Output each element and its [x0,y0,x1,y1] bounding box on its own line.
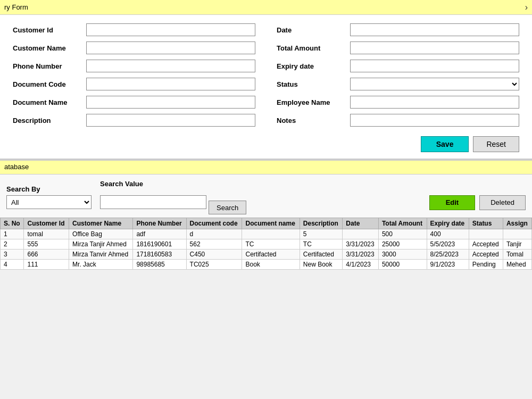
table-header-cell: Assign [503,218,531,229]
table-cell: Pending [469,260,503,270]
table-cell [469,229,503,239]
customer-name-label: Customer Name [13,44,82,52]
document-code-row: Document Code [13,78,255,90]
save-button[interactable]: Save [421,136,469,152]
table-cell: 111 [24,260,69,270]
db-title: atabase [4,163,29,171]
customer-name-input[interactable] [86,41,255,54]
table-cell: 98985685 [133,260,186,270]
customer-id-label: Customer Id [13,26,82,34]
table-cell: Accepted [469,250,503,260]
table-header-cell: Description [300,218,342,229]
db-title-bar: atabase [0,161,532,174]
table-header-cell: Document name [242,218,300,229]
table-cell: 1816190601 [133,239,186,250]
table-cell: d [186,229,242,239]
edit-buttons-group: Edit Deleted [429,195,526,210]
date-label: Date [277,26,346,34]
data-table: S. NoCustomer IdCustomer NamePhone Numbe… [0,218,532,270]
table-cell: Mirza Tanjir Ahmed [69,239,133,250]
table-cell: 555 [24,239,69,250]
description-input[interactable] [86,114,255,127]
table-cell: 2 [1,239,24,250]
search-by-label: Search By [6,185,92,193]
table-cell: 1718160583 [133,250,186,260]
search-value-group: Search Value Search [100,180,246,214]
customer-name-row: Customer Name [13,41,255,54]
form-section: Customer Id Customer Name Phone Number D… [0,15,532,160]
total-amount-input[interactable] [350,41,519,54]
table-cell: 1 [1,229,24,239]
phone-number-input[interactable] [86,60,255,72]
table-cell: Accepted [469,239,503,250]
table-header-cell: Customer Name [69,218,133,229]
table-cell: tomal [24,229,69,239]
table-cell: Tanjir [503,239,531,250]
table-cell: 5/5/2023 [427,239,469,250]
table-cell: 4/1/2023 [343,260,379,270]
table-header-cell: Customer Id [24,218,69,229]
table-cell [242,229,300,239]
data-table-wrapper: S. NoCustomer IdCustomer NamePhone Numbe… [0,218,532,270]
status-row: Status Accepted Pending Rejected [277,78,519,90]
table-cell: Mehed [503,260,531,270]
table-cell: 50000 [378,260,427,270]
expiry-date-label: Expiry date [277,62,346,70]
table-header: S. NoCustomer IdCustomer NamePhone Numbe… [1,218,532,229]
deleted-button[interactable]: Deleted [479,195,526,210]
customer-id-input[interactable] [86,23,255,36]
edit-button[interactable]: Edit [429,195,476,210]
document-name-row: Document Name [13,96,255,109]
document-code-input[interactable] [86,78,255,90]
phone-number-label: Phone Number [13,62,82,70]
right-column: Date Total Amount Expiry date Status Acc… [277,23,519,129]
left-column: Customer Id Customer Name Phone Number D… [13,23,255,129]
table-cell: Office Bag [69,229,133,239]
table-body: 1tomalOffice Bagadfd55004002555Mirza Tan… [1,229,532,270]
table-cell: 5 [300,229,342,239]
total-amount-row: Total Amount [277,41,519,54]
table-cell: 3000 [378,250,427,260]
table-cell: TC [242,239,300,250]
employee-name-input[interactable] [350,96,519,109]
table-row[interactable]: 1tomalOffice Bagadfd5500400 [1,229,532,239]
description-label: Description [13,117,82,124]
table-cell: C450 [186,250,242,260]
table-header-cell: Total Amount [378,218,427,229]
total-amount-label: Total Amount [277,44,346,52]
table-row[interactable]: 4111Mr. Jack98985685TC025BookNew Book4/1… [1,260,532,270]
table-cell: Book [242,260,300,270]
status-select[interactable]: Accepted Pending Rejected [350,78,519,90]
table-cell: Certifacted [242,250,300,260]
table-header-cell: Document code [186,218,242,229]
table-cell: 500 [378,229,427,239]
reset-button[interactable]: Reset [473,136,519,152]
table-cell: 4 [1,260,24,270]
table-row[interactable]: 3666Mirza Tanvir Ahmed1718160583C450Cert… [1,250,532,260]
employee-name-label: Employee Name [277,98,346,106]
table-cell: 25000 [378,239,427,250]
title-bar: ry Form › [0,0,532,15]
table-cell: 666 [24,250,69,260]
search-value-label: Search Value [100,180,246,188]
phone-number-row: Phone Number [13,60,255,72]
document-code-label: Document Code [13,80,82,88]
notes-row: Notes [277,114,519,127]
table-row[interactable]: 2555Mirza Tanjir Ahmed1816190601562TCTC3… [1,239,532,250]
search-by-group: Search By All Customer Id Customer Name … [6,185,92,209]
expiry-date-input[interactable] [350,60,519,72]
notes-input[interactable] [350,114,519,127]
table-cell: 8/25/2023 [427,250,469,260]
date-input[interactable] [350,23,519,36]
search-value-input[interactable] [100,195,206,209]
search-button[interactable]: Search [209,201,246,214]
search-by-select[interactable]: All Customer Id Customer Name Status [6,195,92,209]
table-cell: adf [133,229,186,239]
table-cell: 9/1/2023 [427,260,469,270]
employee-name-row: Employee Name [277,96,519,109]
table-header-row: S. NoCustomer IdCustomer NamePhone Numbe… [1,218,532,229]
table-cell: Mirza Tanvir Ahmed [69,250,133,260]
document-name-label: Document Name [13,98,82,106]
document-name-input[interactable] [86,96,255,109]
description-row: Description [13,114,255,127]
